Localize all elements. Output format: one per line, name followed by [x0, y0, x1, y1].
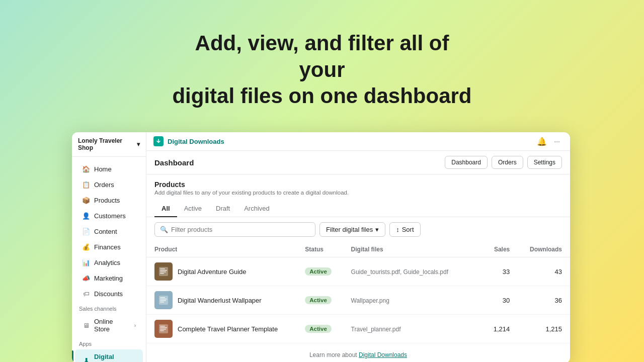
- sidebar-item-content[interactable]: 📄 Content: [75, 224, 143, 239]
- sidebar-item-home[interactable]: 🏠 Home: [75, 161, 143, 176]
- digital-files-list: Guide_tourists.pdf, Guide_locals.pdf: [351, 268, 448, 276]
- svg-rect-9: [160, 300, 166, 301]
- sidebar-item-online-store[interactable]: 🖥 Online Store ›: [75, 314, 143, 336]
- table-row[interactable]: Digital Wanderlust Wallpaper ActiveWallp…: [146, 286, 570, 315]
- tab-archived[interactable]: Archived: [237, 201, 277, 217]
- hero-section: Add, view, and filter all of your digita…: [0, 0, 644, 130]
- filter-chevron-icon: ▾: [375, 226, 379, 233]
- sidebar-item-label: Analytics: [94, 259, 120, 266]
- product-cell: Digital Wanderlust Wallpaper: [146, 286, 297, 315]
- svg-rect-15: [160, 330, 164, 331]
- active-indicator: [72, 350, 73, 362]
- col-product: Product: [146, 242, 297, 257]
- sidebar-item-analytics[interactable]: 📊 Analytics: [75, 255, 143, 270]
- apps-label: Apps: [72, 337, 146, 349]
- sidebar-item-orders[interactable]: 📋 Orders: [75, 177, 143, 192]
- shop-selector[interactable]: Lonely Traveler Shop ▾: [72, 132, 146, 157]
- orders-button[interactable]: Orders: [492, 156, 523, 169]
- search-input[interactable]: [171, 226, 310, 233]
- digital-files-list: Wallpaper.png: [351, 297, 389, 304]
- sidebar-nav: 🏠 Home 📋 Orders 📦 Products 👤 Customers 📄…: [72, 157, 146, 362]
- product-sales: 30: [483, 286, 518, 315]
- svg-rect-10: [160, 302, 164, 303]
- customers-icon: 👤: [82, 212, 90, 220]
- settings-button[interactable]: Settings: [527, 156, 562, 169]
- sidebar-item-label: Digital Downloads: [94, 353, 136, 362]
- product-status: Active: [297, 286, 343, 315]
- main-content: Digital Downloads 🔔 ··· Dashboard Dashbo…: [146, 132, 570, 362]
- product-status: Active: [297, 257, 343, 286]
- col-downloads: Downloads: [518, 242, 570, 257]
- discounts-icon: 🏷: [82, 290, 90, 298]
- chevron-down-icon: ▾: [137, 141, 140, 148]
- sort-button[interactable]: ↕ Sort: [389, 222, 420, 237]
- analytics-icon: 📊: [82, 258, 90, 266]
- page-title: Dashboard: [154, 158, 194, 167]
- product-cell: Digital Adventure Guide: [146, 257, 297, 286]
- sidebar-item-products[interactable]: 📦 Products: [75, 193, 143, 208]
- product-status: Active: [297, 315, 343, 343]
- tab-all[interactable]: All: [154, 201, 177, 217]
- sidebar-item-label: Marketing: [94, 275, 123, 282]
- tab-draft[interactable]: Draft: [209, 201, 237, 217]
- digital-downloads-link[interactable]: Digital Downloads: [359, 351, 407, 358]
- sidebar-item-label: Content: [94, 228, 117, 235]
- product-thumbnail: [154, 262, 173, 281]
- more-options-button[interactable]: ···: [551, 136, 563, 146]
- product-digital-files: Travel_planner.pdf: [343, 315, 483, 343]
- top-bar: Digital Downloads 🔔 ···: [146, 132, 570, 151]
- digital-downloads-icon: ⬇: [82, 356, 90, 362]
- products-section: Products Add digital files to any of you…: [146, 174, 570, 362]
- svg-rect-5: [160, 273, 164, 274]
- sidebar-item-label: Discounts: [94, 290, 123, 298]
- marketing-icon: 📣: [82, 274, 90, 282]
- notification-bell-icon[interactable]: 🔔: [537, 137, 547, 146]
- svg-rect-7: [160, 297, 165, 298]
- svg-rect-14: [160, 329, 166, 330]
- sidebar-item-discounts[interactable]: 🏷 Discounts: [75, 286, 143, 301]
- table-row[interactable]: Complete Travel Planner Template ActiveT…: [146, 315, 570, 343]
- sort-label: Sort: [402, 226, 414, 233]
- product-sales: 33: [483, 257, 518, 286]
- sidebar-item-label: Online Store: [94, 318, 130, 333]
- finances-icon: 💰: [82, 243, 90, 251]
- hero-title: Add, view, and filter all of your digita…: [171, 30, 473, 110]
- col-status: Status: [297, 242, 343, 257]
- table-row[interactable]: Digital Adventure Guide ActiveGuide_tour…: [146, 257, 570, 286]
- product-downloads: 1,215: [518, 315, 570, 343]
- product-name: Complete Travel Planner Template: [178, 325, 278, 333]
- sidebar-item-digital-downloads[interactable]: ⬇ Digital Downloads: [75, 349, 143, 362]
- svg-rect-8: [160, 299, 167, 300]
- product-downloads: 36: [518, 286, 570, 315]
- sales-channels-label: Sales channels: [72, 302, 146, 314]
- digital-files-list: Travel_planner.pdf: [351, 326, 401, 333]
- svg-rect-4: [160, 272, 166, 273]
- product-name: Digital Wanderlust Wallpaper: [178, 297, 262, 304]
- shop-name: Lonely Traveler Shop: [78, 137, 137, 151]
- search-box[interactable]: 🔍: [154, 222, 315, 237]
- col-sales: Sales: [483, 242, 518, 257]
- footer-text: Learn more about: [309, 351, 359, 358]
- status-badge: Active: [305, 296, 332, 304]
- online-store-icon: 🖥: [82, 321, 90, 329]
- products-table-container: Product Status Digital files Sales Downl…: [146, 242, 570, 346]
- sidebar-item-label: Home: [94, 165, 112, 173]
- product-tabs: All Active Draft Archived: [146, 201, 570, 217]
- product-downloads: 43: [518, 257, 570, 286]
- section-title: Products: [154, 180, 562, 189]
- svg-rect-13: [160, 327, 167, 328]
- dashboard-button[interactable]: Dashboard: [445, 156, 488, 169]
- tab-active[interactable]: Active: [177, 201, 209, 217]
- sidebar-item-marketing[interactable]: 📣 Marketing: [75, 270, 143, 286]
- product-name: Digital Adventure Guide: [178, 268, 247, 276]
- app-window: Lonely Traveler Shop ▾ 🏠 Home 📋 Orders 📦…: [72, 132, 570, 362]
- app-name: Digital Downloads: [168, 138, 224, 145]
- filter-digital-files-button[interactable]: Filter digital files ▾: [319, 222, 385, 237]
- product-thumbnail: [154, 320, 173, 338]
- sidebar-item-label: Orders: [94, 181, 114, 189]
- sidebar-item-customers[interactable]: 👤 Customers: [75, 208, 143, 223]
- header-buttons: Dashboard Orders Settings: [445, 156, 562, 169]
- sidebar: Lonely Traveler Shop ▾ 🏠 Home 📋 Orders 📦…: [72, 132, 146, 362]
- sidebar-item-finances[interactable]: 💰 Finances: [75, 239, 143, 254]
- svg-rect-3: [160, 270, 167, 271]
